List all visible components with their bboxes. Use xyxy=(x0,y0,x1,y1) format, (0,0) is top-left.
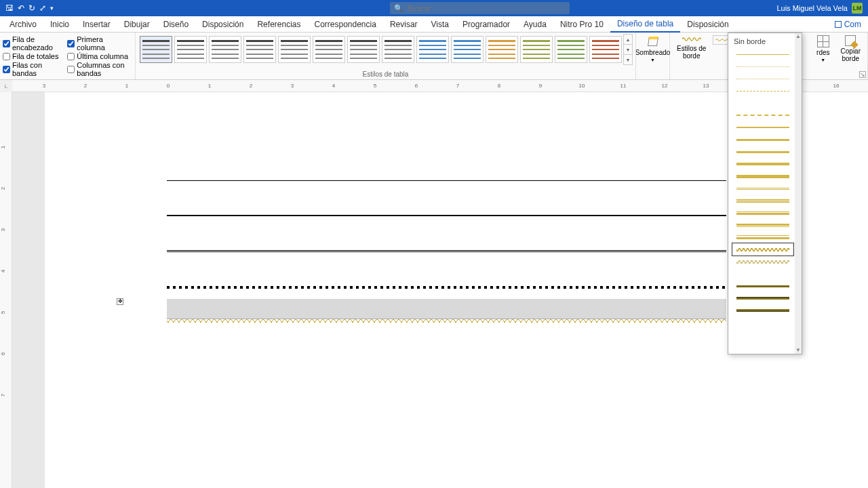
scroll-down-icon[interactable]: ▼ xyxy=(624,45,632,55)
border-styles-button[interactable]: Estilos de borde xyxy=(673,34,710,61)
table-style-thumb[interactable] xyxy=(278,36,311,63)
checkbox[interactable] xyxy=(3,66,10,73)
dialog-launcher-icon[interactable]: ↘ xyxy=(859,71,866,78)
border-style-item[interactable] xyxy=(732,243,793,256)
border-preview-line xyxy=(736,163,789,165)
scroll-up-icon[interactable]: ▲ xyxy=(624,35,632,45)
tab-disposición[interactable]: Disposición xyxy=(195,17,250,32)
option-label: Última columna xyxy=(77,52,128,60)
border-style-item[interactable] xyxy=(732,280,793,292)
border-style-item[interactable] xyxy=(732,134,793,146)
border-style-item[interactable] xyxy=(732,207,793,219)
table-style-thumb[interactable] xyxy=(313,36,345,63)
border-preview-line xyxy=(736,91,789,92)
table-style-thumb[interactable] xyxy=(140,36,172,63)
border-style-item[interactable] xyxy=(732,158,793,170)
border-style-item[interactable] xyxy=(732,304,793,317)
tab-correspondencia[interactable]: Correspondencia xyxy=(307,17,382,32)
option-fila-de-totales[interactable]: Fila de totales xyxy=(3,52,60,60)
table-move-handle-icon[interactable]: ✥ xyxy=(117,298,123,305)
border-style-item[interactable] xyxy=(732,48,793,60)
gallery-more-icon[interactable]: ▼ xyxy=(624,55,632,64)
table-style-thumb[interactable] xyxy=(451,36,484,63)
share-button[interactable]: Com xyxy=(835,20,865,29)
undo-icon[interactable]: ↶ xyxy=(18,3,24,13)
tab-diseño-de-tabla[interactable]: Diseño de tabla xyxy=(610,16,680,33)
table-style-thumb[interactable] xyxy=(209,36,241,63)
copy-border-button[interactable]: Copiar borde xyxy=(837,34,865,64)
tab-vista[interactable]: Vista xyxy=(425,17,456,32)
format-painter-icon xyxy=(845,35,856,46)
tab-insertar[interactable]: Insertar xyxy=(76,17,117,32)
tab-ayuda[interactable]: Ayuda xyxy=(517,17,553,32)
table-style-thumb[interactable] xyxy=(243,36,276,63)
option-filas-con-bandas[interactable]: Filas con bandas xyxy=(3,61,60,77)
border-style-item[interactable] xyxy=(732,268,793,280)
tab-referencias[interactable]: Referencias xyxy=(250,17,307,32)
border-preview-line xyxy=(736,248,789,251)
table-style-thumb[interactable] xyxy=(520,36,553,63)
option-columnas-con-bandas[interactable]: Columnas con bandas xyxy=(67,61,132,77)
qat-more-icon[interactable]: ▾ xyxy=(50,5,54,12)
avatar[interactable]: LM xyxy=(852,3,863,14)
checkbox[interactable] xyxy=(3,40,10,47)
table-style-thumb[interactable] xyxy=(589,36,622,63)
tab-archivo[interactable]: Archivo xyxy=(3,17,43,32)
border-style-item[interactable] xyxy=(732,256,793,268)
table-style-thumb[interactable] xyxy=(486,36,518,63)
scroll-down-icon[interactable]: ▼ xyxy=(795,347,802,354)
touch-icon[interactable]: ⤢ xyxy=(39,3,46,13)
border-style-item[interactable] xyxy=(732,219,793,231)
checkbox[interactable] xyxy=(3,53,10,60)
ruler-number: 9 xyxy=(539,83,542,89)
chevron-down-icon: ▼ xyxy=(650,58,655,62)
ruler-number: 3 xyxy=(291,83,294,89)
save-icon[interactable]: 🖫 xyxy=(5,3,14,13)
table-style-thumb[interactable] xyxy=(174,36,207,63)
border-style-item[interactable] xyxy=(732,182,793,195)
tab-programador[interactable]: Programador xyxy=(456,17,517,32)
redo-icon[interactable]: ↻ xyxy=(28,3,35,13)
table-style-thumb[interactable] xyxy=(347,36,380,63)
option-última-columna[interactable]: Última columna xyxy=(67,52,132,60)
scroll-up-icon[interactable]: ▲ xyxy=(795,33,802,40)
border-style-item[interactable] xyxy=(732,60,793,73)
gallery-scroll[interactable]: ▲ ▼ ▼ xyxy=(623,34,633,65)
tab-nitro-pro-10[interactable]: Nitro Pro 10 xyxy=(553,17,610,32)
tab-dibujar[interactable]: Dibujar xyxy=(117,17,157,32)
option-primera-columna[interactable]: Primera columna xyxy=(67,35,132,52)
user-area[interactable]: Luis Miguel Vela Vela LM xyxy=(776,3,863,14)
border-style-item[interactable] xyxy=(732,146,793,158)
table-style-thumb[interactable] xyxy=(382,36,414,63)
checkbox[interactable] xyxy=(67,53,75,60)
tab-disposición[interactable]: Disposición xyxy=(680,17,735,32)
border-style-item[interactable] xyxy=(732,170,793,182)
border-style-item[interactable] xyxy=(732,121,793,134)
table-styles-gallery[interactable] xyxy=(138,34,623,65)
search-box[interactable]: 🔍 xyxy=(390,2,570,14)
shading-button[interactable]: Sombreado ▼ xyxy=(639,34,667,64)
border-style-item[interactable] xyxy=(732,231,793,243)
border-style-item[interactable] xyxy=(732,85,793,97)
ruler-number: 5 xyxy=(374,83,376,89)
table-selection[interactable] xyxy=(167,299,726,319)
borders-button[interactable]: rdes ▼ xyxy=(812,34,833,64)
checkbox[interactable] xyxy=(67,40,75,47)
border-style-item[interactable] xyxy=(732,195,793,207)
border-style-item[interactable] xyxy=(732,292,793,304)
border-dd-header[interactable]: Sin borde xyxy=(728,33,802,48)
dropdown-scrollbar[interactable]: ▲ ▼ xyxy=(795,33,802,354)
border-style-item[interactable] xyxy=(732,73,793,85)
border-style-item[interactable] xyxy=(732,109,793,121)
table-style-thumb[interactable] xyxy=(416,36,449,63)
vertical-ruler[interactable]: 1234567 xyxy=(0,92,12,488)
border-preview-line xyxy=(736,285,789,287)
border-style-item[interactable] xyxy=(732,97,793,109)
checkbox[interactable] xyxy=(67,66,75,73)
option-fila-de-encabezado[interactable]: Fila de encabezado xyxy=(3,35,60,52)
tab-revisar[interactable]: Revisar xyxy=(383,17,425,32)
table-style-thumb[interactable] xyxy=(555,36,587,63)
tab-inicio[interactable]: Inicio xyxy=(43,17,76,32)
tab-diseño[interactable]: Diseño xyxy=(157,17,195,32)
search-input[interactable] xyxy=(408,4,566,12)
